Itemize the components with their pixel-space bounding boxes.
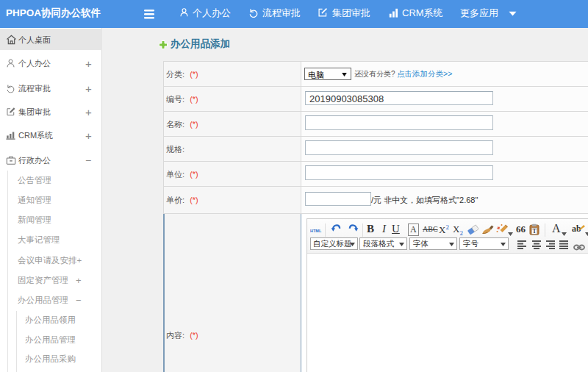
- svg-text:T: T: [532, 228, 536, 235]
